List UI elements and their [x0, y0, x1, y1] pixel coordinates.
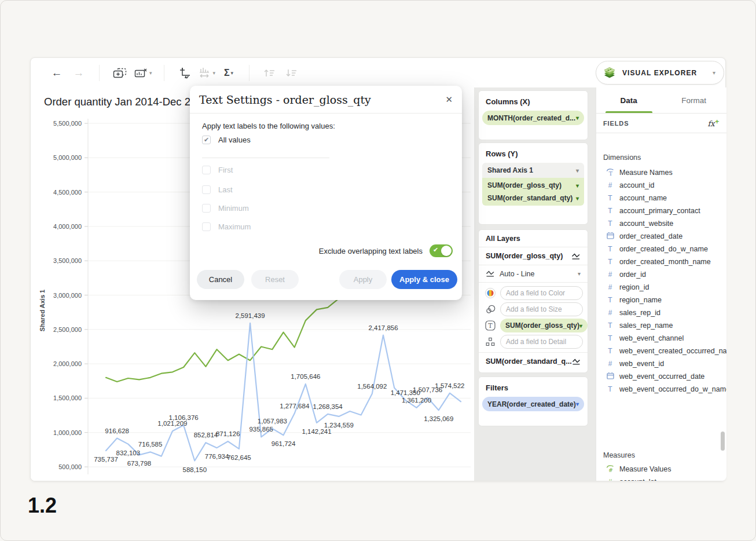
duplicate-chart-icon[interactable]	[111, 64, 129, 82]
field-item[interactable]: Tsales_rep_name	[603, 319, 721, 332]
field-item[interactable]: Taccount_name	[603, 192, 721, 204]
field-item[interactable]: #account_id	[603, 179, 721, 192]
rows-shelf-title: Rows (Y)	[479, 143, 588, 163]
tab-format[interactable]: Format	[662, 87, 727, 113]
swap-axes-icon[interactable]	[176, 64, 193, 82]
remove-chart-icon[interactable]: ▾	[133, 64, 152, 82]
checkbox-all-values[interactable]: ✔ All values	[202, 136, 251, 144]
rows-field-pill-standard[interactable]: SUM(order_standard_qty) ▾	[482, 192, 584, 204]
field-item[interactable]: #sales_rep_id	[603, 306, 721, 319]
data-label: 762,645	[227, 454, 251, 461]
filters-title: Filters	[479, 377, 588, 397]
sparkline-icon	[571, 253, 581, 260]
exclude-overlap-toggle[interactable]: ✔	[430, 244, 453, 257]
text-icon: T	[605, 245, 615, 253]
line-mark-icon	[486, 270, 495, 277]
sort-descending-icon	[283, 64, 300, 82]
chevron-down-icon: ▾	[713, 70, 715, 76]
number-icon: #	[605, 270, 615, 279]
rows-field-pill-gloss[interactable]: SUM(order_gloss_qty) ▾	[482, 179, 584, 192]
checkbox-first: First	[202, 166, 233, 174]
text-icon: T	[605, 347, 615, 355]
rows-shelf: Rows (Y) Shared Axis 1 ▾ SUM(order_gloss…	[479, 143, 588, 224]
all-layers-header[interactable]: All Layers	[479, 230, 588, 247]
checkbox-label: Maximum	[218, 222, 251, 231]
visual-explorer-menu[interactable]: VISUAL EXPLORER ▾	[596, 61, 724, 85]
data-label: 1,277,684	[280, 403, 310, 410]
layer-gloss-header[interactable]: SUM(order_gloss_qty)	[479, 247, 588, 265]
toolbar-divider	[164, 65, 164, 81]
field-item[interactable]: Tweb_event_created_occurred_na...	[603, 345, 721, 357]
data-label: 2,591,439	[235, 312, 265, 319]
toolbar-divider	[249, 65, 249, 81]
size-field-input[interactable]: Add a field to Size	[500, 302, 583, 316]
field-item[interactable]: Tweb_event_occurred_do_w_name	[603, 383, 721, 396]
chevron-down-icon: ▾	[149, 70, 152, 76]
data-label: 1,234,559	[324, 422, 354, 429]
field-item[interactable]: Torder_created_do_w_name	[603, 243, 721, 255]
layer-standard-header[interactable]: SUM(order_standard_q...	[479, 352, 588, 370]
data-label: 1,325,069	[424, 415, 453, 422]
shared-axis-header[interactable]: Shared Axis 1 ▾	[482, 163, 584, 178]
text-icon: T	[605, 385, 615, 393]
checkbox-label: Minimum	[218, 204, 249, 213]
field-item[interactable]: Tweb_event_channel	[603, 332, 721, 345]
y-tick-label: 5,500,000	[53, 120, 82, 127]
chevron-down-icon: ▾	[213, 70, 216, 76]
field-item[interactable]: Taccount_primary_contact	[603, 204, 721, 217]
tab-data[interactable]: Data	[596, 87, 662, 113]
data-label: 1,106,376	[169, 414, 199, 421]
sigma-icon[interactable]: Σ ▾	[220, 64, 237, 82]
measures-title: Measures	[603, 451, 635, 459]
checkbox-last: Last	[202, 185, 233, 194]
back-arrow-icon[interactable]: ←	[48, 64, 65, 82]
svg-text:T: T	[488, 322, 493, 330]
field-item[interactable]: Tregion_name	[603, 294, 721, 306]
dialog-title: Text Settings - order_gloss_qty	[199, 93, 371, 106]
measures-list: #Measure Values#account_lat	[603, 463, 721, 481]
checkbox-label: First	[218, 166, 233, 174]
field-item[interactable]: TMeasure Names	[603, 166, 721, 179]
forward-arrow-icon: →	[70, 64, 87, 82]
field-item[interactable]: Taccount_website	[603, 217, 721, 230]
tab-bar: Data Format	[596, 87, 726, 114]
rows-field-label: SUM(order_gloss_qty)	[487, 181, 562, 189]
field-item[interactable]: #order_id	[603, 268, 721, 281]
scrollbar-thumb[interactable]	[721, 432, 725, 451]
color-field-input[interactable]: Add a field to Color	[500, 286, 583, 300]
field-item[interactable]: order_created_date	[603, 230, 721, 243]
apply-close-button[interactable]: Apply & close	[391, 270, 457, 289]
shelf-strip: Columns (X) MONTH(order_created_d... ▾ R…	[474, 87, 596, 481]
text-icon: T	[605, 321, 615, 330]
field-item[interactable]: #Measure Values	[603, 463, 721, 476]
checkbox-icon	[202, 222, 211, 231]
dialog-intro-text: Apply text labels to the following value…	[202, 122, 335, 130]
field-item[interactable]: #account_lat	[603, 476, 721, 481]
dimensions-list: TMeasure Names#account_idTaccount_nameTa…	[603, 166, 721, 396]
add-calculated-field-icon[interactable]: fx+	[707, 118, 720, 128]
field-item[interactable]: Torder_created_month_name	[603, 255, 721, 268]
cancel-button[interactable]: Cancel	[197, 270, 244, 289]
field-label: account_lat	[619, 478, 656, 481]
close-icon[interactable]: ✕	[445, 94, 453, 105]
number-icon: #	[605, 283, 615, 291]
field-item[interactable]: #region_id	[603, 281, 721, 294]
size-shelf: Add a field to Size	[479, 301, 588, 317]
y-tick-label: 1,500,000	[53, 394, 82, 401]
y-tick-label: 3,500,000	[53, 257, 82, 264]
data-label: 1,574,522	[435, 382, 464, 389]
text-field-pill[interactable]: SUM(order_gloss_qty) ▾	[500, 319, 588, 332]
filter-pill[interactable]: YEAR(order_created_date) ▾	[482, 397, 584, 411]
field-label: Measure Values	[619, 465, 671, 473]
field-item[interactable]: #web_event_id	[603, 357, 721, 370]
columns-field-pill[interactable]: MONTH(order_created_d... ▾	[482, 111, 584, 125]
field-item[interactable]: web_event_occurred_date	[603, 370, 721, 383]
size-icon	[483, 302, 497, 316]
mark-type-select[interactable]: Auto - Line ▾	[479, 265, 588, 283]
y-tick-label: 1,000,000	[53, 429, 82, 436]
field-label: account_website	[619, 220, 673, 228]
field-label: web_event_created_occurred_na...	[619, 347, 726, 355]
data-label: 916,628	[105, 427, 129, 434]
number-icon: #	[605, 181, 615, 189]
detail-field-input[interactable]: Add a field to Detail	[500, 335, 583, 349]
